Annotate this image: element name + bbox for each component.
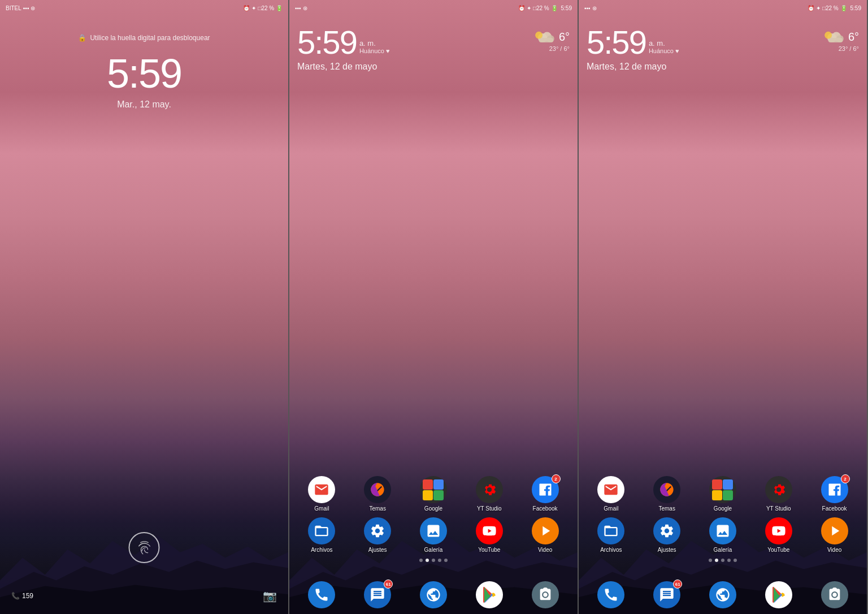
dock-playstore-2[interactable] xyxy=(762,581,796,608)
app-icon-youtube-2 xyxy=(765,517,792,544)
app-item-google-2[interactable]: Google xyxy=(706,476,740,512)
app-label-facebook-2: Facebook xyxy=(822,505,847,512)
app-item-temas-2[interactable]: Temas xyxy=(650,476,684,512)
page-dot-2-4 xyxy=(727,559,731,562)
widget-date-2: Martes, 12 de mayo xyxy=(587,62,859,72)
app-item-ajustes[interactable]: Ajustes xyxy=(361,517,394,553)
weather-temp-range-1: 23° / 6° xyxy=(549,45,570,52)
widget-ampm-1: a. m. xyxy=(359,39,390,47)
home-widget-2: 5:59 a. m. Huánuco ♥ 6° 2 xyxy=(579,21,867,72)
app-label-youtube-2: YouTube xyxy=(767,547,789,553)
page-dot-2-5 xyxy=(734,559,737,562)
alarm-icon-h2: ⏰ xyxy=(808,5,814,11)
dock-camera-2[interactable] xyxy=(818,581,852,608)
dock-playstore[interactable] xyxy=(472,581,506,608)
missed-count: 159 xyxy=(22,592,33,600)
page-dot-5 xyxy=(444,559,448,562)
app-item-video-2[interactable]: Video xyxy=(818,517,852,553)
status-right-h2: ⏰ ✦ □22 % 🔋 5:59 xyxy=(808,5,861,11)
dock-messages[interactable]: 61 xyxy=(361,581,394,608)
svg-point-5 xyxy=(430,527,432,530)
app-item-temas[interactable]: Temas xyxy=(361,476,394,512)
dock-phone-2[interactable] xyxy=(594,581,628,608)
time-h1: 5:59 xyxy=(561,5,572,11)
app-item-facebook-2[interactable]: 2 Facebook xyxy=(818,476,852,512)
app-label-archivos: Archivos xyxy=(311,547,332,553)
weather-cloud-icon-2 xyxy=(823,28,845,45)
battery-h2: □22 % 🔋 xyxy=(822,5,847,11)
facebook-badge: 2 xyxy=(552,474,561,483)
alarm-icon-h1: ⏰ xyxy=(518,5,525,11)
app-icon-temas xyxy=(364,476,391,503)
lock-icon: 🔒 xyxy=(78,34,86,42)
alarm-icon: ⏰ xyxy=(243,5,250,11)
status-bar-lock: BITEL ▪▪▪ ⊛ ⏰ ✦ □22 % 🔋 xyxy=(0,0,288,16)
wifi-icon-h2: ⊛ xyxy=(592,5,597,11)
bluetooth-icon-h2: ✦ xyxy=(816,5,821,11)
app-row-2-bottom: Archivos Ajustes Galería YouTube xyxy=(579,517,867,553)
svg-point-10 xyxy=(824,32,832,39)
app-item-archivos-2[interactable]: Archivos xyxy=(594,517,628,553)
lock-time: 5:59 xyxy=(107,53,181,94)
app-item-ytstudio[interactable]: YT Studio xyxy=(472,476,506,512)
app-item-youtube[interactable]: YouTube xyxy=(472,517,506,553)
camera-shortcut[interactable]: 📷 xyxy=(263,589,277,603)
app-icon-video-2 xyxy=(821,517,848,544)
status-bar-home2: ▪▪▪ ⊛ ⏰ ✦ □22 % 🔋 5:59 xyxy=(579,0,867,16)
app-label-gmail-2: Gmail xyxy=(604,505,618,512)
weather-temp-main-1: 6° xyxy=(559,31,570,44)
fingerprint-icon[interactable] xyxy=(129,532,160,563)
weather-widget-2: 6° 23° / 6° xyxy=(823,26,859,52)
app-icon-galeria xyxy=(420,517,447,544)
status-left-h2: ▪▪▪ ⊛ xyxy=(584,5,597,11)
dock-messages-2[interactable]: 61 xyxy=(650,581,684,608)
page-dots-2 xyxy=(579,559,867,562)
carrier-label: BITEL xyxy=(6,5,21,11)
app-item-facebook[interactable]: 2 Facebook xyxy=(528,476,562,512)
app-label-facebook: Facebook xyxy=(533,505,558,512)
weather-temp-main-2: 6° xyxy=(848,31,859,44)
fingerprint-svg xyxy=(136,540,152,556)
app-label-archivos-2: Archivos xyxy=(600,547,622,553)
app-icon-ytstudio xyxy=(476,476,503,503)
dock-playstore-icon-2 xyxy=(765,581,792,608)
weather-icon-temp-2: 6° xyxy=(823,28,859,45)
bluetooth-icon-h1: ✦ xyxy=(527,5,531,11)
widget-location-1: Huánuco ♥ xyxy=(359,47,390,54)
app-icon-video xyxy=(532,517,559,544)
app-item-galeria-2[interactable]: Galería xyxy=(706,517,740,553)
app-item-archivos[interactable]: Archivos xyxy=(305,517,338,553)
dock-browser-2[interactable] xyxy=(706,581,740,608)
page-dots-1 xyxy=(289,559,578,562)
bluetooth-icon: ✦ xyxy=(251,5,256,11)
dock-camera[interactable] xyxy=(528,581,562,608)
bottom-dock-2: 61 xyxy=(579,581,867,608)
app-icon-ajustes-2 xyxy=(653,517,680,544)
page-dot-4 xyxy=(438,559,441,562)
app-label-youtube: YouTube xyxy=(478,547,500,553)
widget-location-2: Huánuco ♥ xyxy=(649,47,679,54)
dock-phone-icon xyxy=(308,581,335,608)
lock-bottom-bar: 📞 159 📷 xyxy=(0,589,288,603)
app-item-video[interactable]: Video xyxy=(528,517,562,553)
homescreen2-panel: ▪▪▪ ⊛ ⏰ ✦ □22 % 🔋 5:59 5:59 a. m. Huánuc… xyxy=(579,0,868,614)
app-item-youtube-2[interactable]: YouTube xyxy=(762,517,796,553)
page-dot-2-1 xyxy=(709,559,712,562)
app-icon-ytstudio-2 xyxy=(765,476,792,503)
signal-bars: ▪▪▪ xyxy=(23,5,29,11)
app-item-ajustes-2[interactable]: Ajustes xyxy=(650,517,684,553)
app-item-galeria[interactable]: Galería xyxy=(416,517,450,553)
bottom-dock-1: 61 xyxy=(289,581,578,608)
status-right-h1: ⏰ ✦ □22 % 🔋 5:59 xyxy=(518,5,572,11)
app-item-gmail[interactable]: Gmail xyxy=(305,476,338,512)
home-widget-1: 5:59 a. m. Huánuco ♥ 6° xyxy=(289,21,578,72)
app-item-ytstudio-2[interactable]: YT Studio xyxy=(762,476,796,512)
app-icon-ajustes xyxy=(364,517,391,544)
app-item-google[interactable]: Google xyxy=(416,476,450,512)
widget-ampm-location-2: a. m. Huánuco ♥ xyxy=(649,39,679,59)
app-item-gmail-2[interactable]: Gmail xyxy=(594,476,628,512)
dock-phone[interactable] xyxy=(305,581,338,608)
app-icon-google xyxy=(420,476,447,503)
battery-h1: □22 % 🔋 xyxy=(533,5,558,11)
dock-browser[interactable] xyxy=(416,581,450,608)
